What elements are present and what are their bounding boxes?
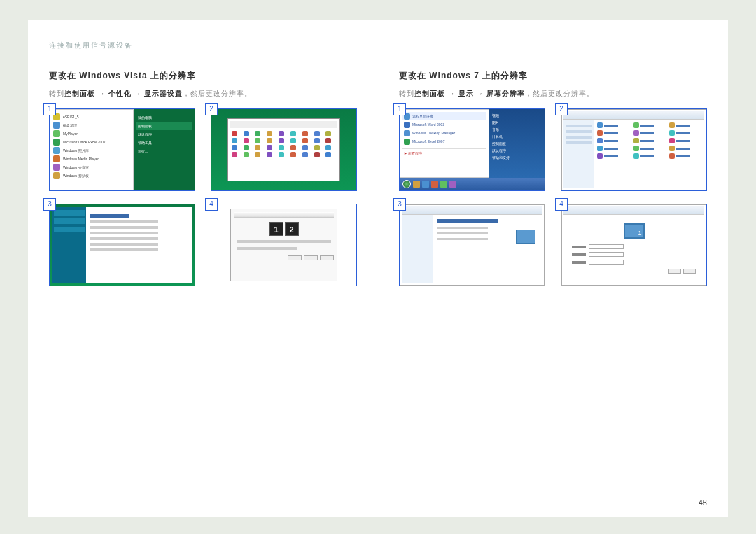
step-badge: 1: [43, 103, 56, 115]
win7-path: 转到控制面板 → 显示 → 屏幕分辨率，然后更改分辨率。: [399, 89, 707, 99]
step-badge: 1: [393, 103, 406, 115]
win7-steps-grid: 1 远程桌面连接 Microsoft Word 2003 Windows Des…: [399, 108, 707, 286]
win7-title: 更改在 Windows 7 上的分辨率: [399, 70, 707, 82]
start-orb-icon: [402, 180, 411, 188]
step-badge: 4: [555, 198, 568, 211]
document-page: 连接和使用信号源设备 更改在 Windows Vista 上的分辨率 转到控制面…: [28, 20, 728, 517]
step-badge: 3: [393, 198, 406, 211]
win7-display-screenshot: [399, 204, 545, 286]
step-badge: 2: [555, 103, 568, 115]
vista-step-4: 4 1 2: [211, 204, 357, 286]
win7-step-2: 2: [561, 108, 707, 191]
vista-step-2: 2: [211, 108, 357, 191]
win7-start-menu-screenshot: 远程桌面连接 Microsoft Word 2003 Windows Deskt…: [399, 108, 545, 191]
vista-title: 更改在 Windows Vista 上的分辨率: [49, 70, 357, 82]
win7-section: 更改在 Windows 7 上的分辨率 转到控制面板 → 显示 → 屏幕分辨率，…: [399, 70, 707, 286]
win7-step-1: 1 远程桌面连接 Microsoft Word 2003 Windows Des…: [399, 108, 545, 191]
vista-step-1: 1 eSEIS1_5 磁盘清理 MyPlayer Microsoft Offic…: [49, 108, 195, 191]
vista-control-panel-screenshot: [211, 108, 357, 191]
win7-step-4: 4: [561, 204, 707, 286]
vista-display-settings-screenshot: 1 2: [211, 204, 357, 286]
step-badge: 4: [205, 198, 218, 211]
step-badge: 2: [205, 103, 218, 115]
vista-section: 更改在 Windows Vista 上的分辨率 转到控制面板 → 个性化 → 显…: [49, 70, 357, 286]
header-breadcrumb: 连接和使用信号源设备: [49, 41, 707, 50]
vista-start-menu-screenshot: eSEIS1_5 磁盘清理 MyPlayer Microsoft Office …: [49, 108, 195, 191]
page-number: 48: [699, 498, 707, 507]
vista-step-3: 3: [49, 204, 195, 286]
two-column-layout: 更改在 Windows Vista 上的分辨率 转到控制面板 → 个性化 → 显…: [49, 70, 707, 286]
vista-personalization-screenshot: [49, 204, 195, 286]
vista-steps-grid: 1 eSEIS1_5 磁盘清理 MyPlayer Microsoft Offic…: [49, 108, 357, 286]
win7-step-3: 3: [399, 204, 545, 286]
win7-resolution-screenshot: [561, 204, 707, 286]
vista-path: 转到控制面板 → 个性化 → 显示器设置，然后更改分辨率。: [49, 89, 357, 99]
win7-control-panel-screenshot: [561, 108, 707, 191]
step-badge: 3: [43, 198, 56, 211]
monitor-preview-icon: [624, 223, 645, 239]
